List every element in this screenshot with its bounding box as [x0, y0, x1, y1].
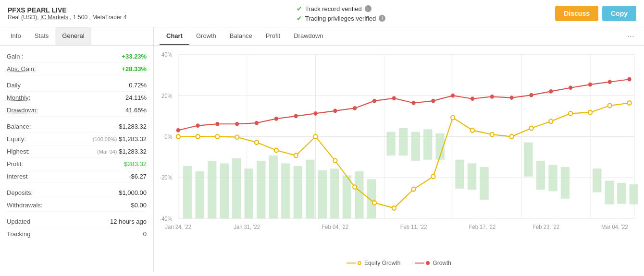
- interest-label: Interest: [7, 173, 27, 180]
- svg-point-60: [235, 122, 239, 126]
- svg-text:Feb 04, '22: Feb 04, '22: [322, 224, 348, 230]
- withdrawals-label: Withdrawals:: [7, 202, 42, 209]
- svg-point-66: [353, 106, 357, 110]
- chart-tab-drawdown[interactable]: Drawdown: [287, 27, 330, 45]
- drawdown-value: 41.65%: [125, 107, 147, 114]
- svg-point-70: [431, 99, 435, 103]
- svg-rect-25: [183, 166, 192, 218]
- svg-rect-39: [355, 171, 363, 219]
- stat-highest: Highest: (Mar 04) $1,283.32: [7, 145, 147, 158]
- svg-point-59: [215, 122, 219, 126]
- verification-section: ✔ Track record verified i ✔ Trading priv…: [297, 5, 386, 22]
- svg-rect-42: [399, 128, 408, 156]
- gain-label: Gain :: [7, 53, 24, 60]
- equity-value: (100.00%) $1,283.32: [93, 135, 147, 143]
- stat-equity: Equity: (100.00%) $1,283.32: [7, 133, 147, 145]
- svg-text:Mar 04, '22: Mar 04, '22: [601, 224, 628, 230]
- left-panel: Info Stats General Gain : +33.23% Abs. G…: [0, 27, 154, 272]
- svg-point-78: [588, 83, 592, 87]
- svg-rect-43: [411, 132, 420, 161]
- interest-value: -$6.27: [129, 173, 147, 180]
- svg-point-87: [294, 154, 298, 158]
- svg-point-69: [412, 101, 416, 105]
- check-icon-1: ✔: [297, 5, 302, 12]
- svg-point-61: [255, 121, 259, 125]
- copy-button[interactable]: Copy: [602, 6, 636, 21]
- svg-point-89: [333, 159, 337, 163]
- tab-info[interactable]: Info: [4, 27, 28, 45]
- header-left: PFXS PEARL LIVE Real (USD), IC Markets ,…: [8, 6, 127, 21]
- info-icon-1[interactable]: i: [365, 5, 372, 12]
- info-icon-2[interactable]: i: [379, 15, 385, 22]
- svg-point-68: [392, 96, 396, 100]
- chart-tab-chart[interactable]: Chart: [160, 27, 189, 45]
- stat-monthly: Monthly: 24.11%: [7, 92, 147, 104]
- svg-rect-33: [281, 163, 290, 218]
- svg-point-94: [431, 174, 435, 179]
- monthly-value: 24.11%: [125, 94, 147, 101]
- svg-point-86: [274, 148, 278, 153]
- chart-tab-growth[interactable]: Growth: [189, 27, 223, 45]
- monthly-label: Monthly:: [7, 94, 30, 101]
- right-panel: Chart Growth Balance Profit Drawdown ···…: [154, 27, 644, 272]
- svg-point-80: [628, 77, 632, 82]
- chart-tab-balance[interactable]: Balance: [223, 27, 259, 45]
- abs-gain-label: Abs. Gain:: [7, 65, 36, 72]
- stat-daily: Daily 0.72%: [7, 79, 147, 92]
- svg-text:Feb 23, '22: Feb 23, '22: [533, 224, 559, 230]
- svg-point-88: [313, 134, 317, 139]
- left-tabs: Info Stats General: [0, 27, 153, 46]
- legend-equity-label: Equity Growth: [364, 260, 400, 266]
- svg-point-72: [471, 96, 474, 101]
- svg-rect-55: [617, 183, 626, 204]
- balance-value: $1,283.32: [119, 123, 147, 130]
- tab-stats[interactable]: Stats: [28, 27, 56, 45]
- header: PFXS PEARL LIVE Real (USD), IC Markets ,…: [0, 0, 644, 27]
- chart-svg: 40% 20% 0% -20% -40%: [159, 50, 639, 255]
- svg-rect-48: [480, 167, 488, 200]
- svg-text:Feb 17, '22: Feb 17, '22: [469, 224, 496, 230]
- dots-menu-button[interactable]: ···: [623, 29, 638, 43]
- stat-abs-gain: Abs. Gain: +28.33%: [7, 63, 147, 75]
- svg-rect-53: [593, 168, 601, 192]
- equity-amount: $1,283.32: [119, 135, 147, 143]
- svg-point-65: [333, 109, 337, 113]
- svg-point-92: [392, 206, 396, 210]
- tab-general[interactable]: General: [55, 27, 91, 45]
- svg-rect-37: [330, 168, 339, 218]
- svg-text:40%: 40%: [161, 51, 172, 58]
- svg-point-62: [274, 117, 278, 121]
- svg-rect-30: [245, 168, 253, 218]
- svg-point-99: [529, 126, 533, 131]
- header-actions: Discuss Copy: [555, 6, 636, 21]
- svg-point-101: [569, 111, 572, 116]
- ic-markets-link[interactable]: IC Markets: [40, 14, 68, 21]
- deposits-value: $1,000.00: [119, 189, 147, 196]
- chart-legend: Equity Growth Growth: [159, 257, 639, 269]
- svg-text:Jan 31, '22: Jan 31, '22: [234, 224, 260, 230]
- svg-point-75: [529, 93, 533, 97]
- svg-point-84: [235, 135, 239, 139]
- svg-point-58: [196, 123, 200, 128]
- svg-point-77: [569, 85, 572, 90]
- svg-point-95: [451, 116, 455, 120]
- svg-point-93: [412, 187, 416, 192]
- stat-balance: Balance: $1,283.32: [7, 120, 147, 133]
- svg-point-97: [490, 132, 494, 137]
- main-content: Info Stats General Gain : +33.23% Abs. G…: [0, 27, 644, 272]
- svg-point-85: [255, 140, 259, 144]
- stats-content: Gain : +33.23% Abs. Gain: +28.33% Daily …: [0, 46, 153, 272]
- highest-amount: $1,283.32: [119, 148, 147, 155]
- chart-tab-profit[interactable]: Profit: [259, 27, 287, 45]
- svg-point-67: [372, 99, 376, 103]
- svg-rect-44: [423, 129, 432, 159]
- legend-equity-growth: Equity Growth: [347, 260, 400, 266]
- svg-text:-40%: -40%: [160, 215, 172, 221]
- discuss-button[interactable]: Discuss: [555, 6, 598, 21]
- abs-gain-value: +28.33%: [122, 65, 147, 72]
- svg-rect-54: [605, 180, 614, 204]
- svg-rect-49: [524, 143, 533, 177]
- svg-point-98: [510, 134, 514, 139]
- svg-rect-27: [208, 161, 216, 218]
- stat-drawdown: Drawdown: 41.65%: [7, 104, 147, 117]
